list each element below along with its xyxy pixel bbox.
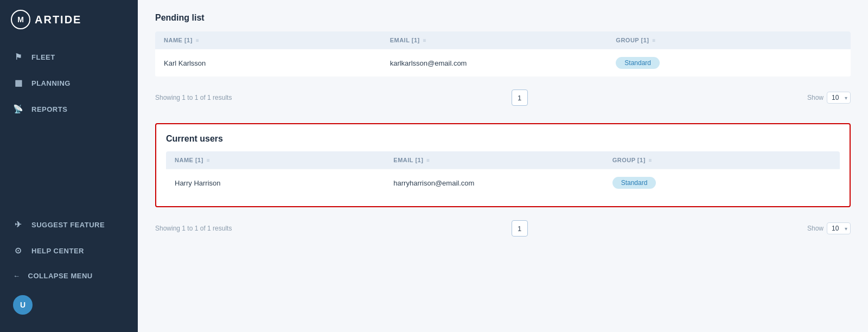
current-users-table: NAME [1] ≡ EMAIL [1] ≡ GROUP [1] ≡ Harry… [166, 151, 840, 196]
pending-show-label: Show [807, 94, 824, 101]
pending-page-controls: 1 [512, 90, 528, 106]
sidebar-item-reports[interactable]: 📡 REPORTS [0, 97, 138, 122]
pending-show-select-wrapper: 10 25 50 [827, 92, 851, 104]
sidebar-item-suggest[interactable]: ✈ SUGGEST FEATURE [0, 212, 138, 237]
logo-text: ARTIDE [35, 14, 81, 26]
current-row-name: Harry Harrison [175, 179, 393, 187]
pending-showing-text: Showing 1 to 1 of 1 results [155, 94, 232, 101]
sidebar-item-label-planning: PLANNING [31, 79, 71, 87]
pending-name-filter-icon[interactable]: ≡ [196, 37, 199, 43]
pending-row-email: karlkarlsson@email.com [390, 59, 616, 67]
pending-show-control: Show 10 25 50 [807, 92, 851, 104]
sidebar-item-planning[interactable]: ▦ PLANNING [0, 71, 138, 95]
sidebar: M ARTIDE ⚑ FLEET ▦ PLANNING 📡 REPORTS ✈ … [0, 0, 138, 332]
current-users-title: Current users [166, 134, 840, 144]
main-content: Pending list NAME [1] ≡ EMAIL [1] ≡ GROU… [138, 0, 868, 332]
current-col-group: GROUP [1] ≡ [612, 157, 831, 163]
pending-email-filter-icon[interactable]: ≡ [423, 37, 426, 43]
suggest-icon: ✈ [13, 220, 24, 229]
sidebar-item-label-fleet: FLEET [31, 53, 55, 61]
current-email-filter-icon[interactable]: ≡ [426, 157, 430, 163]
table-row: Harry Harrison harryharrison@email.com S… [166, 169, 840, 196]
collapse-label: COLLAPSE MENU [28, 272, 93, 280]
logo-icon: M [11, 10, 30, 29]
table-row: Karl Karlsson karlkarlsson@email.com Sta… [155, 49, 851, 76]
pending-page-1-button[interactable]: 1 [512, 90, 528, 106]
pending-table-header: NAME [1] ≡ EMAIL [1] ≡ GROUP [1] ≡ [155, 31, 851, 49]
sidebar-item-help[interactable]: ⊙ HELP CENTER [0, 238, 138, 263]
current-table-header: NAME [1] ≡ EMAIL [1] ≡ GROUP [1] ≡ [166, 151, 840, 169]
pending-pagination: Showing 1 to 1 of 1 results 1 Show 10 25… [155, 83, 851, 112]
current-group-filter-icon[interactable]: ≡ [649, 157, 652, 163]
current-show-select-wrapper: 10 25 50 [827, 222, 851, 234]
sidebar-item-fleet[interactable]: ⚑ FLEET [0, 44, 138, 69]
calendar-icon: ▦ [13, 78, 24, 88]
current-row-group: Standard [612, 177, 831, 189]
sidebar-item-label-suggest: SUGGEST FEATURE [31, 221, 105, 229]
pending-row-name: Karl Karlsson [164, 59, 390, 67]
sidebar-item-label-reports: REPORTS [31, 105, 67, 113]
current-users-section: Current users NAME [1] ≡ EMAIL [1] ≡ GRO… [155, 123, 851, 207]
pending-col-group: GROUP [1] ≡ [616, 37, 842, 43]
current-col-name: NAME [1] ≡ [175, 157, 393, 163]
sidebar-bottom: ✈ SUGGEST FEATURE ⊙ HELP CENTER ← COLLAP… [0, 207, 138, 332]
logo: M ARTIDE [0, 0, 138, 39]
current-show-label: Show [807, 225, 824, 232]
user-avatar[interactable]: U [13, 295, 33, 315]
pending-list-section: Pending list NAME [1] ≡ EMAIL [1] ≡ GROU… [155, 13, 851, 112]
current-col-email: EMAIL [1] ≡ [393, 157, 612, 163]
reports-icon: 📡 [13, 104, 24, 114]
pending-group-badge: Standard [616, 57, 660, 69]
pending-group-filter-icon[interactable]: ≡ [652, 37, 655, 43]
sidebar-item-label-help: HELP CENTER [31, 247, 84, 255]
fleet-icon: ⚑ [13, 52, 24, 62]
nav-menu: ⚑ FLEET ▦ PLANNING 📡 REPORTS [0, 39, 138, 129]
current-row-email: harryharrison@email.com [393, 179, 612, 187]
collapse-menu-button[interactable]: ← COLLAPSE MENU [0, 264, 138, 288]
current-showing-text: Showing 1 to 1 of 1 results [155, 225, 232, 232]
current-show-select[interactable]: 10 25 50 [827, 222, 851, 234]
help-icon: ⊙ [13, 246, 24, 256]
current-page-controls: 1 [512, 220, 528, 237]
current-page-1-button[interactable]: 1 [512, 220, 528, 237]
current-name-filter-icon[interactable]: ≡ [207, 157, 210, 163]
pending-col-name: NAME [1] ≡ [164, 37, 390, 43]
pending-show-select[interactable]: 10 25 50 [827, 92, 851, 104]
collapse-icon: ← [13, 272, 21, 280]
pending-row-group: Standard [616, 57, 842, 69]
current-pagination: Showing 1 to 1 of 1 results 1 Show 10 25… [155, 214, 851, 243]
current-show-control: Show 10 25 50 [807, 222, 851, 234]
pending-title: Pending list [155, 13, 851, 23]
current-group-badge: Standard [612, 177, 656, 189]
pending-col-email: EMAIL [1] ≡ [390, 37, 616, 43]
pending-table: NAME [1] ≡ EMAIL [1] ≡ GROUP [1] ≡ Karl … [155, 31, 851, 76]
